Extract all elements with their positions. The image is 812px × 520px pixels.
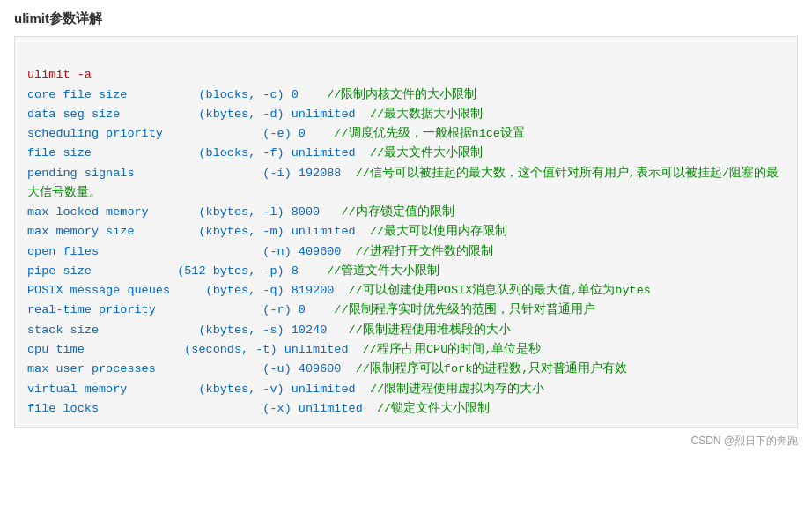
virtual-memory: virtual memory (kbytes, -v) unlimited //… [27,380,785,399]
cpu-time: cpu time (seconds, -t) unlimited //程序占用C… [27,340,785,360]
data-seg-size: data seg size (kbytes, -d) unlimited //最… [27,105,785,124]
open-files: open files (-n) 409600 //进程打开文件数的限制 [27,242,785,262]
posix-message-queues: POSIX message queues (bytes, -q) 819200 … [27,281,785,301]
pipe-size: pipe size (512 bytes, -p) 8 //管道文件大小限制 [27,262,785,281]
page-title: ulimit参数详解 [14,11,798,27]
scheduling-priority: scheduling priority (-e) 0 //调度优先级，一般根据n… [27,124,785,144]
code-block: ulimit -acore file size (blocks, -c) 0 /… [14,36,798,428]
watermark: CSDN @烈日下的奔跑 [14,434,798,449]
file-locks: file locks (-x) unlimited //锁定文件大小限制 [27,399,785,419]
cmd-line: ulimit -a [27,65,785,85]
max-locked-memory: max locked memory (kbytes, -l) 8000 //内存… [27,203,785,222]
max-user-processes: max user processes (-u) 409600 //限制程序可以f… [27,360,785,379]
pending-signals: pending signals (-i) 192088 //信号可以被挂起的最大… [27,164,785,204]
file-size: file size (blocks, -f) unlimited //最大文件大… [27,144,785,163]
real-time-priority: real-time priority (-r) 0 //限制程序实时优先级的范围… [27,301,785,320]
core-file-size: core file size (blocks, -c) 0 //限制内核文件的大… [27,85,785,105]
stack-size: stack size (kbytes, -s) 10240 //限制进程使用堆栈… [27,321,785,340]
max-memory-size: max memory size (kbytes, -m) unlimited /… [27,222,785,241]
